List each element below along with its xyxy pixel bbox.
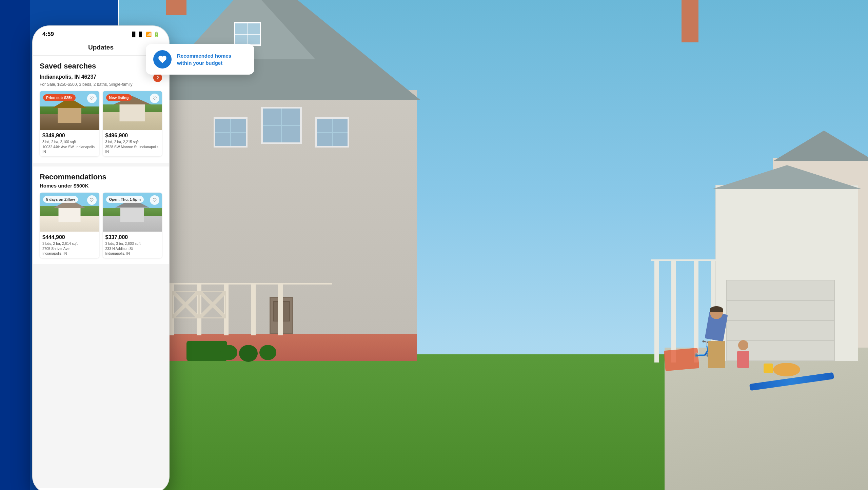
- recommendation-cards: 5 days on Zillow ♡ $444,900 3 bds, 2 ba,…: [40, 193, 162, 258]
- saved-searches-title: Saved searches: [40, 62, 162, 71]
- badge-new-listing: New listing: [106, 94, 132, 101]
- gable-window: [234, 22, 261, 46]
- child-figure: [737, 340, 749, 368]
- card-info-1: $349,900 3 bd, 2 ba, 2,100 sqft 10032 44…: [40, 130, 99, 156]
- rec-property-card-2[interactable]: Open: Thu. 1-5pm ♡ $337,000 3 bds, 3 ba,…: [103, 193, 162, 258]
- card-details-1: 3 bd, 2 ba, 2,100 sqft: [42, 139, 97, 144]
- signal-bars-icon: ▐▌▐▌: [130, 32, 144, 37]
- badge-price-cut: Price cut: $25k: [43, 94, 76, 101]
- adult-figure: [707, 306, 726, 368]
- recommendations-section: Recommendations Homes under $500K 5 days…: [33, 166, 169, 264]
- notification-text: Recommended homes within your budget: [177, 52, 247, 66]
- rec-card-price-2: $337,000: [105, 234, 160, 240]
- card-address-2: 3528 SW Monroe St, Indianapolis, IN: [105, 144, 160, 154]
- rec-card-image-2: Open: Thu. 1-5pm ♡: [103, 193, 162, 232]
- notification-icon: [153, 50, 172, 68]
- battery-icon: 🔋: [154, 32, 159, 37]
- phone-frame: 4:59 ▐▌▐▌ 📶 🔋 Updates Saved searches Ind…: [32, 25, 170, 490]
- window-center-upper: [261, 107, 302, 144]
- search-location: Indianapolis, IN 46237: [40, 74, 96, 80]
- recommendations-subtitle: Homes under $500K: [40, 183, 162, 189]
- property-card-1[interactable]: Price cut: $25k ♡ $349,900 3 bd, 2 ba, 2…: [40, 91, 99, 156]
- garage: [715, 185, 858, 361]
- rec-card-city-2: Indianapolis, IN: [105, 251, 160, 256]
- status-time: 4:59: [42, 31, 54, 38]
- card-details-2: 3 bd, 2 ba, 2,215 sqft: [105, 139, 160, 144]
- chimney-right: [682, 0, 698, 42]
- window-upper-right: [315, 117, 349, 148]
- window-upper-left: [214, 117, 248, 148]
- search-item[interactable]: Indianapolis, IN 46237 2 For Sale, $250-…: [40, 74, 162, 87]
- heart-button-rec-2[interactable]: ♡: [150, 195, 159, 205]
- card-address-1: 10032 44th Ave SW, Indianapolis, IN: [42, 144, 97, 154]
- rec-card-info-1: $444,900 3 bds, 2 ba, 2,614 sqft 2705 Sh…: [40, 232, 99, 258]
- card-image-1: Price cut: $25k ♡: [40, 91, 99, 130]
- rec-card-details-2: 3 bds, 3 ba, 2,603 sqft: [105, 241, 160, 246]
- phone-header-title: Updates: [88, 44, 114, 51]
- status-bar: 4:59 ▐▌▐▌ 📶 🔋: [33, 26, 169, 40]
- chalk-orange: [773, 363, 800, 376]
- rec-card-address-1: 2705 Shriver Ave: [42, 246, 97, 251]
- property-card-2[interactable]: New listing ♡ $496,900 3 bd, 2 ba, 2,215…: [103, 91, 162, 156]
- toy-bucket: [764, 364, 773, 373]
- saved-search-cards: Price cut: $25k ♡ $349,900 3 bd, 2 ba, 2…: [40, 91, 162, 156]
- badge-days-on-zillow: 5 days on Zillow: [43, 196, 78, 203]
- rec-card-details-1: 3 bds, 2 ba, 2,614 sqft: [42, 241, 97, 246]
- card-price-1: $349,900: [42, 133, 97, 139]
- card-image-2: New listing ♡: [103, 91, 162, 130]
- phone-container: 4:59 ▐▌▐▌ 📶 🔋 Updates Saved searches Ind…: [32, 25, 170, 490]
- badge-open-house: Open: Thu. 1-5pm: [106, 196, 144, 203]
- rec-card-info-2: $337,000 3 bds, 3 ba, 2,603 sqft 233 N A…: [103, 232, 162, 258]
- wifi-icon: 📶: [146, 32, 152, 37]
- phone-content[interactable]: Saved searches Indianapolis, IN 46237 2 …: [33, 56, 169, 488]
- porch-area: [163, 283, 332, 334]
- status-icons: ▐▌▐▌ 📶 🔋: [130, 32, 159, 37]
- notification-bubble[interactable]: Recommended homes within your budget: [146, 44, 254, 75]
- recommendations-title: Recommendations: [40, 173, 162, 181]
- card-price-2: $496,900: [105, 133, 160, 139]
- search-criteria: For Sale, $250-$500, 3 beds, 2 baths, Si…: [40, 82, 162, 87]
- heart-button-2[interactable]: ♡: [150, 94, 159, 103]
- bushes: [220, 345, 276, 362]
- rec-card-city-1: Indianapolis, IN: [42, 251, 97, 256]
- rec-card-image-1: 5 days on Zillow ♡: [40, 193, 99, 232]
- heart-button-1[interactable]: ♡: [87, 94, 97, 103]
- rec-card-address-2: 233 N Addison St: [105, 246, 160, 251]
- heart-button-rec-1[interactable]: ♡: [87, 195, 97, 205]
- sidebar-dark: [0, 0, 30, 490]
- chimney-left: [166, 0, 186, 15]
- house-body: [146, 90, 417, 361]
- rec-property-card-1[interactable]: 5 days on Zillow ♡ $444,900 3 bds, 2 ba,…: [40, 193, 99, 258]
- rec-card-price-1: $444,900: [42, 234, 97, 240]
- card-info-2: $496,900 3 bd, 2 ba, 2,215 sqft 3528 SW …: [103, 130, 162, 156]
- heart-icon: [158, 55, 167, 64]
